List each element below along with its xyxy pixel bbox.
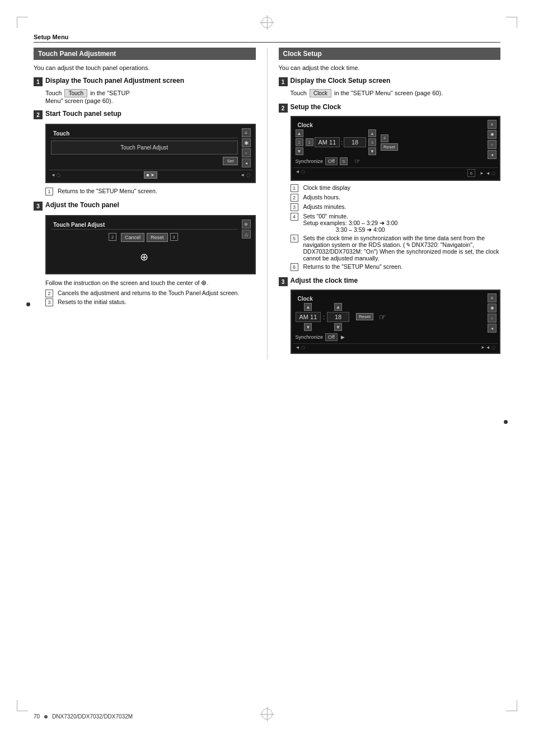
sidebar-btn-3[interactable]: ○	[242, 148, 251, 157]
screen-content-2: Touch Touch Panel Adjust Set ≡ ✱ ○	[49, 127, 252, 169]
sync-label-2: Synchronize	[296, 158, 324, 164]
step-1-clock-num: 1	[279, 77, 288, 86]
step-2-clock: 2 Setup the Clock Clock ▲ 2 ▼	[279, 103, 501, 271]
set-btn[interactable]: Set	[223, 157, 237, 165]
step-3-clock-body: Clock ▲ AM 11 ▼ : ▲ 18	[279, 290, 501, 354]
time-display-2: AM 11	[315, 137, 340, 147]
num-badge-2: 2	[296, 138, 303, 146]
num-badge-dn2[interactable]: ▼	[368, 147, 376, 155]
clock-desc-list: 1 Clock time display 2 Adjusts hours. 3 …	[291, 184, 501, 271]
clock-fwd-2: 6 ➤ ◄ ◌	[467, 169, 495, 177]
touch-button-1: Touch	[64, 89, 87, 97]
time-display-min-2: 18	[344, 137, 366, 147]
step-1-num: 1	[34, 77, 43, 86]
clock-sb3-3[interactable]: ○	[488, 314, 496, 323]
cancel-btn[interactable]: Cancel	[121, 233, 144, 242]
screen-content-3: Touch Panel Adjust 2 Cancel Reset 3 ⊕ ⊕	[49, 218, 252, 271]
clock-sb-1[interactable]: ≡	[488, 120, 496, 129]
screen-main-3: Touch Panel Adjust 2 Cancel Reset 3 ⊕	[49, 218, 240, 271]
back-indicator: ◄ ◌	[51, 172, 60, 178]
mins-down-3[interactable]: ▼	[334, 323, 342, 331]
step-1-touch-word: Touch	[45, 90, 63, 96]
touch-screen-step2: Touch Touch Panel Adjust Set ≡ ✱ ○	[45, 124, 256, 183]
time-display-3a: AM 11	[296, 312, 321, 322]
hours-up[interactable]: ▲	[296, 129, 303, 137]
step-1-clock-body: Touch Clock in the "SETUP Menu" screen (…	[279, 89, 501, 97]
screen-title-3: Touch Panel Adjust	[51, 221, 238, 230]
desc-5: 5 Sets the clock time in synchronization…	[291, 235, 501, 262]
corner-mark-tr	[506, 17, 517, 28]
clock-sidebar-2: ≡ ✱ ○ ◂	[486, 119, 498, 167]
col-divider	[267, 48, 268, 360]
clock-title-2: Clock	[296, 121, 485, 129]
num-badge-4: 4	[381, 134, 388, 142]
clock-screen-step3: Clock ▲ AM 11 ▼ : ▲ 18	[291, 290, 501, 354]
num-6: 6	[467, 169, 475, 177]
clock-instruction: in the "SETUP Menu" screen (page 60).	[334, 90, 443, 96]
left-column: Touch Panel Adjustment You can adjust th…	[34, 48, 256, 360]
hours-up-3[interactable]: ▲	[304, 303, 312, 311]
step-3-clock-title: 3 Adjust the clock time	[279, 277, 501, 286]
step-2-clock-title-text: Setup the Clock	[291, 103, 341, 112]
clock-time-row-3: ▲ AM 11 ▼ : ▲ 18 ▼	[296, 303, 485, 331]
step-3-body: Touch Panel Adjust 2 Cancel Reset 3 ⊕ ⊕	[34, 215, 256, 306]
main-content: Touch Panel Adjustment You can adjust th…	[34, 48, 500, 360]
clock-back-2: ◄ ◌	[296, 169, 305, 177]
sidebar-btn-3a[interactable]: ⊕	[242, 220, 251, 228]
clock-fwd-3: ➤ ◄ ◌	[481, 345, 495, 350]
clock-sb-2[interactable]: ✱	[488, 130, 496, 139]
clock-sb3-1[interactable]: ≡	[488, 293, 496, 302]
sidebar-btn-1[interactable]: ≡	[242, 128, 251, 137]
clock-sb-3[interactable]: ○	[488, 140, 496, 149]
center-mark-bottom	[261, 708, 273, 720]
step-1-clock-title: 1 Display the Clock Setup screen	[279, 77, 501, 86]
step-2-body: Touch Touch Panel Adjust Set ≡ ✱ ○	[34, 124, 256, 195]
sync-row-2: Synchronize Off 5 ☞	[296, 157, 485, 165]
clock-main-2: Clock ▲ 2 ▼ 1 AM 11 :	[293, 119, 487, 167]
reset-btn-3[interactable]: Reset	[147, 233, 168, 242]
cancel-num: 2	[109, 233, 116, 241]
footer-dot	[44, 715, 48, 718]
sync-row-3: Synchronize Off ▶	[296, 333, 485, 341]
clock-sb-4[interactable]: ◂	[488, 150, 496, 159]
step3-note-3: 3 Resets to the initial status.	[45, 298, 256, 306]
step-3-title-text: Adjust the Touch panel	[45, 201, 119, 210]
step-2-clock-body: Clock ▲ 2 ▼ 1 AM 11 :	[279, 116, 501, 271]
clock-setup-header: Clock Setup	[279, 48, 501, 60]
clock-setup-desc: You can adjust the clock time.	[279, 64, 501, 71]
step3-note-2: 2 Cancels the adjustment and returns to …	[45, 290, 256, 297]
hours-down[interactable]: ▼	[296, 147, 303, 155]
mins-up-3[interactable]: ▲	[334, 303, 342, 311]
clock-touch-button: Clock	[310, 89, 331, 97]
step-3-num: 3	[34, 202, 43, 211]
sidebar-btn-3b[interactable]: △	[242, 230, 251, 239]
step-3-title: 3 Adjust the Touch panel	[34, 201, 256, 211]
reset-clock-3[interactable]: Reset	[356, 313, 373, 320]
step-2-title: 2 Start Touch panel setup	[34, 110, 256, 119]
return-btn-2[interactable]: ■ ➤	[144, 171, 157, 179]
clock-body-3: Clock ▲ AM 11 ▼ : ▲ 18	[293, 292, 498, 343]
screen-bottom-2: ◄ ◌ ■ ➤ ◄ ◌	[49, 170, 252, 180]
step-3-clock-num: 3	[279, 277, 288, 286]
clock-body-2: Clock ▲ 2 ▼ 1 AM 11 :	[293, 119, 498, 167]
sidebar-btn-2[interactable]: ✱	[242, 138, 251, 147]
step-2-clock-num: 2	[279, 104, 288, 113]
right-column: Clock Setup You can adjust the clock tim…	[279, 48, 501, 360]
touch-panel-desc: You can adjust the touch panel operation…	[34, 64, 256, 71]
step-2-title-text: Start Touch panel setup	[45, 110, 121, 119]
crosshair-inline: ⊕	[201, 279, 207, 287]
sidebar-btn-4[interactable]: ◂	[242, 158, 251, 167]
desc-4: 4 Sets "00" minute. Setup examples: 3:00…	[291, 213, 501, 233]
step-1-clock-title-text: Display the Clock Setup screen	[291, 77, 391, 86]
reset-num: 3	[170, 233, 178, 241]
reset-clock-2[interactable]: Reset	[381, 143, 398, 151]
touch-screen-step3: Touch Panel Adjust 2 Cancel Reset 3 ⊕ ⊕	[45, 215, 256, 274]
num-badge-up2: ▲	[368, 129, 376, 137]
step-2-clock-title: 2 Setup the Clock	[279, 103, 501, 113]
clock-sb3-4[interactable]: ◂	[488, 324, 496, 333]
clock-sb3-2[interactable]: ✱	[488, 304, 496, 312]
time-display-3b: 18	[327, 312, 349, 322]
desc-2: 2 Adjusts hours.	[291, 194, 501, 202]
hours-down-3[interactable]: ▼	[304, 323, 312, 331]
page-number: 70	[34, 713, 40, 720]
